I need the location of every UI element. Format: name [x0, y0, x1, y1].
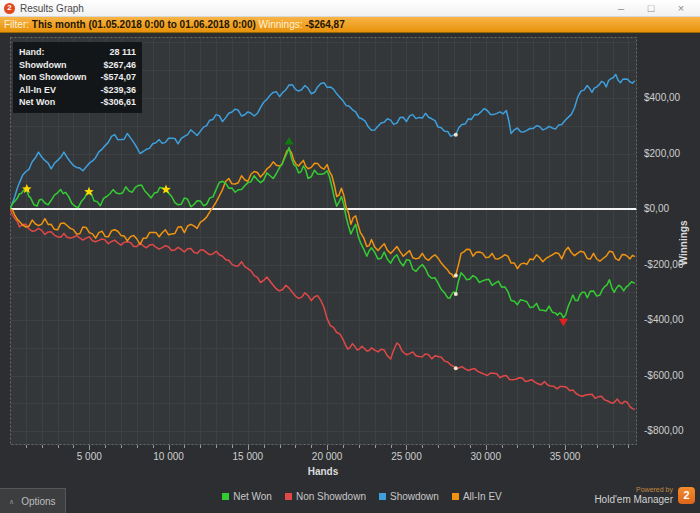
legend-label: All-In EV	[463, 491, 502, 502]
hm2-brand-badge: 2	[678, 487, 695, 504]
tooltip-row: Showdown$267,46	[19, 59, 136, 72]
x-tick-label: 5 000	[59, 451, 119, 463]
legend-item-showdown[interactable]: Showdown	[379, 491, 439, 502]
options-button[interactable]: ∧ Options	[0, 488, 66, 513]
window-controls: – □ ×	[606, 0, 696, 16]
legend-swatch-icon	[222, 493, 229, 500]
title-bar[interactable]: 2 Results Graph – □ ×	[0, 0, 700, 17]
x-tick-label: 15 000	[218, 451, 278, 463]
tooltip-row-value: -$306,61	[101, 96, 137, 109]
tooltip-row-value: -$574,07	[101, 71, 137, 84]
filter-label: Filter:	[4, 19, 32, 30]
tooltip-row-label: Showdown	[19, 59, 67, 72]
x-tick-label: 25 000	[376, 451, 436, 463]
x-tick-label: 30 000	[456, 451, 516, 463]
tooltip-row-value: 28 111	[109, 46, 136, 59]
maximize-button[interactable]: □	[636, 0, 666, 16]
legend-label: Showdown	[390, 491, 439, 502]
y-tick-label: $400,00	[644, 92, 694, 104]
legend-item-all-in-ev[interactable]: All-In EV	[452, 491, 502, 502]
legend-label: Net Won	[233, 491, 272, 502]
y-tick-label: -$400,00	[644, 314, 694, 326]
powered-by-block: Powered by Hold'em Manager 2	[594, 486, 695, 505]
hm2-app-icon: 2	[4, 3, 15, 14]
tooltip-row: Hand:28 111	[19, 46, 136, 59]
tooltip-row-label: Non Showdown	[19, 71, 87, 84]
legend-swatch-icon	[452, 493, 459, 500]
y-tick-label: $0,00	[644, 203, 694, 215]
legend-swatch-icon	[379, 493, 386, 500]
results-graph-window: 2 Results Graph – □ × Filter: This month…	[0, 0, 700, 513]
legend-item-non-showdown[interactable]: Non Showdown	[285, 491, 366, 502]
tooltip-row-value: $267,46	[103, 59, 136, 72]
y-tick-label: -$800,00	[644, 425, 694, 437]
filter-bar[interactable]: Filter: This month (01.05.2018 0:00 to 0…	[0, 17, 700, 33]
window-title: Results Graph	[20, 3, 84, 14]
x-axis-title: Hands	[283, 466, 363, 477]
tooltip-row: All-In EV-$239,36	[19, 84, 136, 97]
tooltip-row: Net Won-$306,61	[19, 96, 136, 109]
hover-tooltip: Hand:28 111Showdown$267,46Non Showdown-$…	[13, 42, 142, 113]
tooltip-row-value: -$239,36	[101, 84, 137, 97]
hover-point-dot	[454, 292, 458, 296]
options-button-label: Options	[21, 496, 55, 507]
powered-by-label: Powered by	[636, 486, 673, 494]
hover-point-dot	[454, 133, 458, 137]
filter-range: This month (01.05.2018 0:00 to 01.06.201…	[32, 19, 256, 30]
tooltip-row: Non Showdown-$574,07	[19, 71, 136, 84]
chevron-up-icon: ∧	[9, 498, 14, 505]
x-tick-label: 35 000	[535, 451, 595, 463]
hover-point-dot	[454, 273, 458, 277]
x-tick-label: 20 000	[297, 451, 357, 463]
close-button[interactable]: ×	[666, 0, 696, 16]
minimize-button[interactable]: –	[606, 0, 636, 16]
filter-winnings-value: -$264,87	[305, 19, 344, 30]
tooltip-row-label: All-In EV	[19, 84, 56, 97]
tooltip-row-label: Hand:	[19, 46, 45, 59]
y-tick-label: -$200,00	[644, 259, 694, 271]
x-tick-label: 10 000	[139, 451, 199, 463]
legend-swatch-icon	[285, 493, 292, 500]
filter-winnings-label: Winnings:	[256, 19, 305, 30]
tooltip-row-label: Net Won	[19, 96, 55, 109]
legend-label: Non Showdown	[296, 491, 366, 502]
y-tick-label: $200,00	[644, 148, 694, 160]
hover-point-dot	[454, 366, 458, 370]
legend-item-net-won[interactable]: Net Won	[222, 491, 272, 502]
y-tick-label: -$600,00	[644, 370, 694, 382]
brand-name: Hold'em Manager	[594, 494, 673, 505]
